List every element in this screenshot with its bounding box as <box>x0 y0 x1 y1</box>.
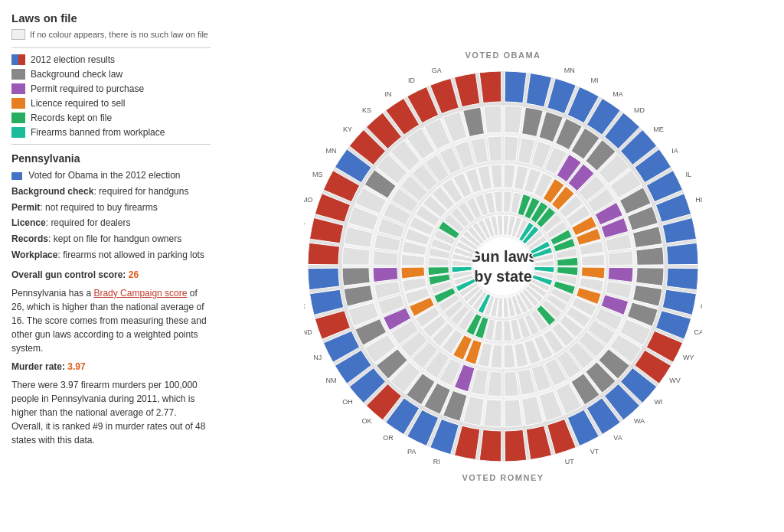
segment-SD-ring0[interactable] <box>479 429 501 462</box>
segment-AR-ring0[interactable] <box>479 71 501 103</box>
segment-DE-ring1[interactable] <box>636 246 664 265</box>
segment-NC-ring1[interactable] <box>344 285 373 306</box>
segment-NV-ring0[interactable] <box>526 73 551 106</box>
brady-link[interactable]: Brady Campaign score <box>93 288 187 299</box>
state-label-ND: ND <box>304 328 312 336</box>
legend-background-label: Background check law <box>31 69 122 80</box>
segment-NH-ring0[interactable] <box>505 71 527 103</box>
state-label-MN: MN <box>564 67 575 74</box>
segment-TN-ring1[interactable] <box>505 399 523 426</box>
segment-FL-ring1[interactable] <box>632 226 662 247</box>
state-label-HI: HI <box>695 195 702 203</box>
segment-SD-ring2[interactable] <box>487 370 501 396</box>
no-colour-text: If no colour appears, there is no such l… <box>30 30 208 39</box>
segment-TX-ring0[interactable] <box>526 426 551 459</box>
segment-CO-ring1[interactable] <box>632 285 662 306</box>
legend-background: Background check law <box>11 69 211 80</box>
state-label-ID: ID <box>408 77 416 84</box>
chart-container: VOTED OBAMA VOTED ROMNEY Gun lawsby stat… <box>304 67 702 465</box>
divider-1 <box>11 47 211 48</box>
legend-licence: Licence required to sell <box>11 98 211 109</box>
segment-DE-ring2[interactable] <box>608 250 633 265</box>
state-label-OH: OH <box>342 398 353 406</box>
overall-score-label: Overall gun control score: <box>11 269 126 280</box>
score-section: Overall gun control score: 26 Pennsylvan… <box>11 268 211 447</box>
segment-TX-ring1[interactable] <box>522 396 544 425</box>
state-label-MO: MO <box>304 195 313 203</box>
voted-obama-label: VOTED OBAMA <box>466 51 541 60</box>
segment-NE-ring2[interactable] <box>373 250 398 265</box>
segment-NY-ring0[interactable] <box>308 268 340 290</box>
state-label-MD: MD <box>634 106 645 114</box>
segment-NY-ring2[interactable] <box>373 267 398 282</box>
segment-DE-ring3[interactable] <box>581 253 605 265</box>
segment-NC-ring0[interactable] <box>310 289 344 315</box>
segment-FL-ring0[interactable] <box>662 217 696 243</box>
murder-description: There were 3.97 firearm murders per 100,… <box>11 378 211 447</box>
legend-licence-label: Licence required to sell <box>31 98 125 109</box>
segment-MT-ring0[interactable] <box>310 217 344 243</box>
segment-NE-ring3[interactable] <box>401 253 425 265</box>
segment-CT-ring2[interactable] <box>608 267 633 282</box>
state-label-IN: IN <box>384 90 391 97</box>
segment-AR-ring1[interactable] <box>484 106 502 133</box>
state-label-NM: NM <box>326 377 337 384</box>
legend-permit-label: Permit required to purchase <box>31 83 144 94</box>
state-label-KS: KS <box>362 106 371 114</box>
segment-NY-ring1[interactable] <box>342 267 370 286</box>
segment-NH-ring3[interactable] <box>504 165 515 188</box>
segment-MT-ring1[interactable] <box>344 226 373 247</box>
segment-CT-ring1[interactable] <box>636 267 664 286</box>
segment-SC-ring0[interactable] <box>454 426 479 459</box>
detail-background-val: required for handguns <box>99 186 188 197</box>
donut-segments: NHNVMNMIMAMDMEIAILHIFLDECTCOCAWYWVWIWAVA… <box>304 67 702 465</box>
state-label-KY: KY <box>343 126 352 133</box>
segment-AZ-ring1[interactable] <box>463 107 485 136</box>
state-label-TX: TX <box>539 465 548 465</box>
segment-CT-ring3[interactable] <box>581 267 605 279</box>
detail-permit: Permit: not required to buy firearms <box>11 201 211 214</box>
state-label-SC: SC <box>458 465 468 465</box>
overall-description: Pennsylvania has a Brady Campaign score … <box>11 286 211 355</box>
murder-rate-text: Murder rate: 3.97 <box>11 360 211 374</box>
detail-records-val: kept on file for handgun owners <box>54 233 181 244</box>
segment-NE-ring0[interactable] <box>308 243 340 265</box>
segment-TN-ring0[interactable] <box>505 429 527 462</box>
state-label-MA: MA <box>612 90 623 97</box>
detail-workplace: Workplace: firearms not allowed in parki… <box>11 249 211 262</box>
segment-NE-ring1[interactable] <box>342 246 370 265</box>
segment-SC-ring1[interactable] <box>463 396 485 425</box>
right-panel: VOTED OBAMA VOTED ROMNEY Gun lawsby stat… <box>222 0 784 532</box>
legend-firearms-label: Firearms banned from workplace <box>31 127 165 138</box>
segment-NH-ring1[interactable] <box>505 106 523 133</box>
voted-romney-label: VOTED ROMNEY <box>462 473 544 482</box>
no-colour-box <box>11 29 25 40</box>
legend-election: 2012 election results <box>11 54 211 65</box>
segment-TN-ring3[interactable] <box>504 344 515 368</box>
legend-records-label: Records kept on file <box>31 113 112 123</box>
segment-CT-ring0[interactable] <box>666 268 698 290</box>
segment-SD-ring1[interactable] <box>484 399 502 426</box>
segment-TN-ring2[interactable] <box>504 370 518 396</box>
segment-CO-ring0[interactable] <box>662 289 696 315</box>
segment-AZ-ring0[interactable] <box>454 73 479 106</box>
detail-permit-key: Permit <box>11 202 40 213</box>
segment-NY-ring3[interactable] <box>401 267 425 279</box>
state-label-RI: RI <box>433 458 440 465</box>
segment-DE-ring0[interactable] <box>666 243 698 265</box>
state-label-VA: VA <box>613 433 622 441</box>
state-label-UT: UT <box>565 458 574 465</box>
state-label-WA: WA <box>634 417 645 425</box>
segment-NV-ring1[interactable] <box>522 107 544 136</box>
segment-NH-ring2[interactable] <box>504 136 518 162</box>
segment-SD-ring3[interactable] <box>491 344 502 368</box>
segment-AR-ring3[interactable] <box>491 165 502 188</box>
segment-AR-ring2[interactable] <box>487 136 501 162</box>
state-title: Pennsylvania <box>11 152 211 165</box>
detail-election: Voted for Obama in the 2012 election <box>11 169 211 182</box>
detail-licence-val: required for dealers <box>51 217 130 228</box>
state-label-WI: WI <box>654 398 662 406</box>
state-label-VT: VT <box>590 447 599 455</box>
left-panel: Laws on file If no colour appears, there… <box>0 0 222 532</box>
murder-rate-label: Murder rate: <box>11 361 65 372</box>
